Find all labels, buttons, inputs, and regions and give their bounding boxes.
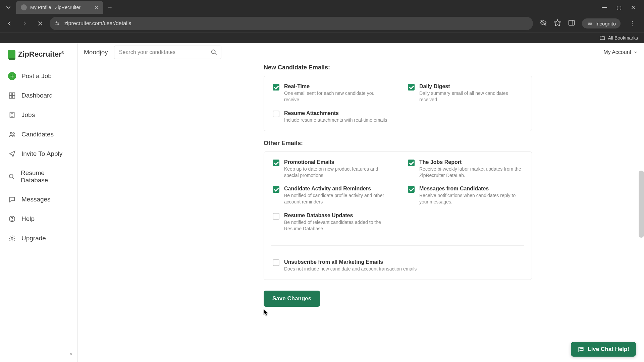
sidebar-item-label: Messages bbox=[21, 196, 51, 203]
option-daily-digest: Daily Digest Daily summary email of all … bbox=[408, 83, 523, 103]
org-name[interactable]: Moodjoy bbox=[84, 49, 108, 56]
new-candidate-emails-card: Real-Time One email sent for each new ca… bbox=[264, 76, 532, 131]
account-label: My Account bbox=[603, 49, 631, 55]
sidebar-item-label: Upgrade bbox=[21, 235, 46, 242]
dashboard-icon bbox=[8, 92, 16, 100]
window-maximize-icon[interactable]: ▢ bbox=[616, 4, 622, 11]
option-desc: Receive notifications when candidates re… bbox=[419, 192, 523, 205]
nav-forward-button[interactable] bbox=[19, 17, 31, 29]
option-title: Candidate Activity and Reminders bbox=[284, 186, 388, 192]
svg-line-23 bbox=[12, 177, 14, 179]
sidebar-item-label: Candidates bbox=[21, 131, 54, 138]
main-scroll-area[interactable]: New Candidate Emails: Real-Time One emai… bbox=[78, 43, 644, 362]
page: ZipRecruiter® + Post a Job Dashboard Job… bbox=[0, 43, 644, 362]
other-emails-card: Promotional Emails Keep up to date on ne… bbox=[264, 152, 532, 280]
svg-point-4 bbox=[56, 21, 57, 22]
search-icon bbox=[8, 173, 15, 181]
checkbox-jobs-report[interactable] bbox=[408, 160, 415, 166]
search-button-icon[interactable] bbox=[209, 48, 219, 57]
svg-rect-15 bbox=[12, 96, 15, 98]
svg-point-10 bbox=[588, 23, 590, 25]
checkbox-resume-attachments[interactable] bbox=[273, 111, 279, 117]
section-title-new-candidate: New Candidate Emails: bbox=[264, 64, 532, 71]
option-desc: One email sent for each new candidate yo… bbox=[284, 90, 388, 103]
checkbox-daily-digest[interactable] bbox=[408, 84, 415, 90]
sidebar-item-upgrade[interactable]: Upgrade bbox=[0, 230, 77, 247]
tab-search-dropdown[interactable] bbox=[3, 2, 14, 13]
save-changes-button[interactable]: Save Changes bbox=[264, 291, 320, 307]
chevron-down-icon bbox=[633, 50, 638, 55]
tab-close-icon[interactable]: ✕ bbox=[94, 4, 99, 11]
sidebar-item-label: Dashboard bbox=[21, 92, 53, 99]
option-unsubscribe-all: Unsubscribe from all Marketing Emails Do… bbox=[273, 259, 523, 272]
sidebar-item-candidates[interactable]: Candidates bbox=[0, 126, 77, 143]
site-settings-icon[interactable] bbox=[54, 20, 60, 27]
checkbox-promotional[interactable] bbox=[273, 160, 279, 166]
gear-icon bbox=[8, 234, 16, 242]
sidebar-item-invite-to-apply[interactable]: Invite To Apply bbox=[0, 145, 77, 163]
nav-back-button[interactable] bbox=[3, 17, 15, 29]
scrollbar-thumb[interactable] bbox=[639, 171, 644, 238]
address-bar: ziprecruiter.com/user/details Incognito … bbox=[0, 15, 644, 32]
checkbox-real-time[interactable] bbox=[273, 84, 279, 90]
sidebar-item-jobs[interactable]: Jobs bbox=[0, 106, 77, 124]
sidebar-item-dashboard[interactable]: Dashboard bbox=[0, 87, 77, 104]
chat-label: Live Chat Help! bbox=[588, 346, 629, 353]
tab-bar: My Profile | ZipRecruiter ✕ + ― ▢ ✕ bbox=[0, 0, 644, 15]
document-icon bbox=[8, 111, 16, 119]
bookmarks-bar: All Bookmarks bbox=[0, 32, 644, 43]
svg-point-20 bbox=[10, 132, 12, 134]
sidebar-item-messages[interactable]: Messages bbox=[0, 191, 77, 208]
option-title: Daily Digest bbox=[419, 83, 523, 89]
option-title: Promotional Emails bbox=[284, 159, 388, 165]
all-bookmarks-button[interactable]: All Bookmarks bbox=[599, 35, 638, 41]
browser-tab[interactable]: My Profile | ZipRecruiter ✕ bbox=[16, 1, 103, 14]
candidate-search bbox=[114, 46, 221, 59]
svg-line-28 bbox=[215, 53, 216, 55]
sidebar: ZipRecruiter® + Post a Job Dashboard Job… bbox=[0, 43, 78, 362]
live-chat-button[interactable]: Live Chat Help! bbox=[571, 342, 636, 357]
sidebar-item-post-a-job[interactable]: + Post a Job bbox=[0, 67, 77, 85]
sidebar-item-label: Invite To Apply bbox=[21, 150, 62, 158]
incognito-indicator[interactable]: Incognito bbox=[582, 18, 621, 28]
checkbox-activity-reminders[interactable] bbox=[273, 186, 279, 193]
option-title: Real-Time bbox=[284, 83, 388, 89]
people-icon bbox=[8, 130, 16, 138]
checkbox-resume-db-updates[interactable] bbox=[273, 213, 279, 220]
address-field[interactable]: ziprecruiter.com/user/details bbox=[50, 17, 533, 30]
checkbox-messages-from-candidates[interactable] bbox=[408, 186, 415, 193]
option-desc: Does not include new candidate and accou… bbox=[284, 266, 417, 272]
browser-chrome: My Profile | ZipRecruiter ✕ + ― ▢ ✕ zipr… bbox=[0, 0, 644, 43]
checkbox-unsubscribe-all[interactable] bbox=[273, 259, 279, 266]
help-icon bbox=[8, 215, 16, 223]
nav-stop-button[interactable] bbox=[34, 17, 46, 29]
sidebar-collapse-button[interactable]: « bbox=[0, 346, 77, 362]
svg-point-26 bbox=[11, 237, 13, 239]
option-resume-db-updates: Resume Database Updates Be notified of r… bbox=[273, 213, 388, 232]
new-tab-button[interactable]: + bbox=[108, 4, 112, 11]
window-close-icon[interactable]: ✕ bbox=[631, 4, 635, 11]
option-promotional: Promotional Emails Keep up to date on ne… bbox=[273, 159, 388, 179]
bookmark-star-icon[interactable] bbox=[554, 19, 561, 28]
option-real-time: Real-Time One email sent for each new ca… bbox=[273, 83, 388, 103]
logo[interactable]: ZipRecruiter® bbox=[0, 48, 77, 65]
app-topbar: Moodjoy My Account bbox=[78, 43, 644, 61]
option-activity-reminders: Candidate Activity and Reminders Be noti… bbox=[273, 186, 388, 205]
side-panel-icon[interactable] bbox=[568, 19, 575, 28]
option-desc: Be notified of relevant candidates added… bbox=[284, 219, 388, 232]
option-desc: Include resume attachments with real-tim… bbox=[284, 117, 387, 123]
sidebar-item-help[interactable]: Help bbox=[0, 210, 77, 228]
search-input[interactable] bbox=[114, 46, 221, 59]
chat-icon bbox=[8, 195, 16, 203]
sidebar-item-label: Help bbox=[21, 215, 35, 223]
option-desc: Receive bi-weekly labor market updates f… bbox=[419, 166, 523, 179]
browser-menu-icon[interactable]: ⋮ bbox=[627, 20, 637, 27]
option-desc: Daily summary email of all new candidate… bbox=[419, 90, 523, 103]
my-account-menu[interactable]: My Account bbox=[603, 49, 638, 55]
chat-bubble-icon bbox=[578, 346, 584, 353]
window-minimize-icon[interactable]: ― bbox=[602, 4, 607, 11]
logo-text: ZipRecruiter® bbox=[18, 50, 64, 59]
sidebar-item-label: Jobs bbox=[21, 111, 35, 119]
sidebar-item-resume-database[interactable]: Resume Database bbox=[0, 165, 77, 189]
visibility-off-icon[interactable] bbox=[540, 19, 547, 28]
